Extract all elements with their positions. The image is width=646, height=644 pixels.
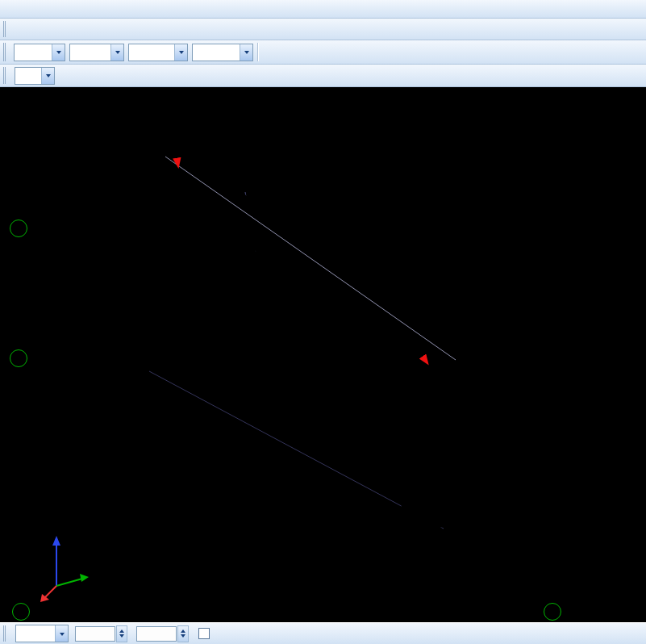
application-window <box>0 0 646 644</box>
y-spinner[interactable] <box>177 625 189 642</box>
x-spinner[interactable] <box>116 625 127 642</box>
main-toolbar <box>0 0 646 19</box>
type-combo[interactable] <box>128 44 188 61</box>
parapet-model[interactable] <box>117 145 646 533</box>
chevron-down-icon <box>240 44 252 61</box>
z-axis-arrow <box>52 536 60 546</box>
axis-bubble-A-bottom <box>544 603 561 621</box>
chevron-down-icon <box>41 68 54 84</box>
chevron-down-icon <box>174 44 187 61</box>
toolbar-grip[interactable] <box>3 625 8 642</box>
floor-combo[interactable] <box>14 44 65 61</box>
chevron-down-icon <box>110 44 123 61</box>
category-combo[interactable] <box>69 44 124 61</box>
status-bar <box>0 622 646 644</box>
step-front-face <box>123 155 159 170</box>
viewport-3d[interactable] <box>0 84 646 622</box>
axis-bubble-A <box>10 220 27 237</box>
y-input[interactable] <box>136 626 177 642</box>
axis-bubble-1 <box>10 349 27 367</box>
offset-mode-combo[interactable] <box>15 625 69 642</box>
x-input[interactable] <box>75 626 115 642</box>
separator <box>257 43 258 61</box>
element-combo[interactable] <box>192 44 253 61</box>
viewport-graphics <box>0 84 646 622</box>
component-toolbar <box>0 40 646 65</box>
toolbar-grip[interactable] <box>3 67 8 84</box>
molding-notch <box>398 416 440 458</box>
y-axis-arrow <box>80 574 89 582</box>
toolbar-grip[interactable] <box>3 21 8 37</box>
toolbar-grip[interactable] <box>3 43 8 61</box>
rotate-checkbox[interactable] <box>198 628 210 639</box>
draw-toolbar <box>0 65 646 87</box>
chevron-down-icon <box>55 625 68 642</box>
color-combo[interactable] <box>15 67 55 85</box>
axis-bubble-2 <box>12 603 30 621</box>
ucs-triad <box>40 536 89 602</box>
edit-toolbar <box>0 19 646 40</box>
chevron-down-icon <box>52 44 65 61</box>
